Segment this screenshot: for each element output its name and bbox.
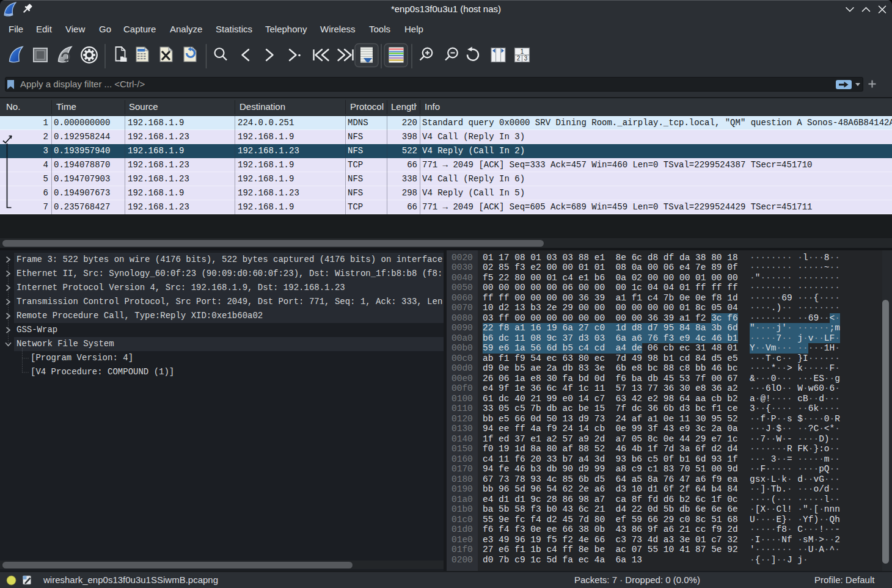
svg-text:3: 3 [524,55,528,62]
svg-text:2: 2 [517,55,521,62]
svg-text:1: 1 [521,48,524,55]
